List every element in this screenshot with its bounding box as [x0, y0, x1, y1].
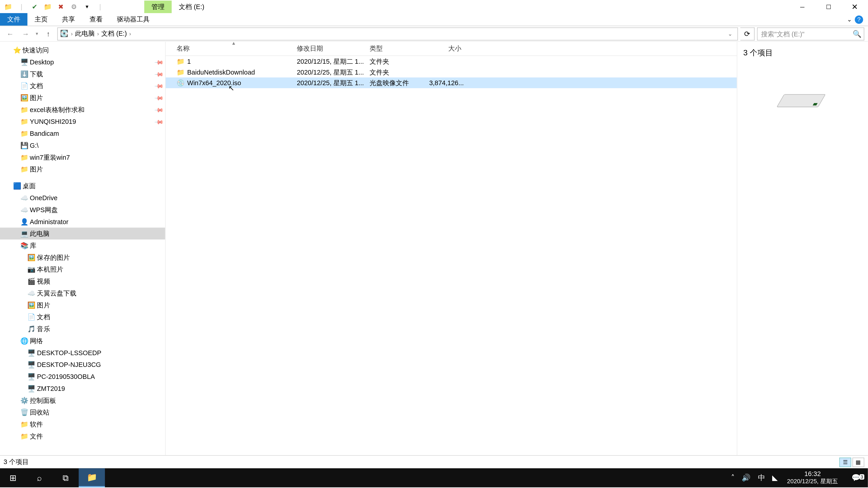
col-name[interactable]: ▲ 名称: [166, 44, 297, 53]
star-icon: ⭐: [12, 46, 23, 54]
crumb-sep-icon[interactable]: ›: [70, 31, 74, 37]
nav-item[interactable]: 📁YUNQISHI2019📌: [0, 116, 165, 128]
nav-item-icon: 📷: [26, 265, 37, 273]
qat-gear-icon[interactable]: ⚙: [68, 1, 80, 13]
refresh-button[interactable]: ⟳: [740, 27, 754, 40]
nav-item[interactable]: 🌐网络: [0, 335, 165, 347]
nav-item-icon: ☁️: [19, 206, 30, 214]
crumb-this-pc[interactable]: 此电脑: [74, 29, 96, 38]
nav-item[interactable]: 🖥️Desktop📌: [0, 56, 165, 68]
search-icon[interactable]: 🔍: [850, 30, 864, 38]
nav-item[interactable]: 🖼️图片📌: [0, 92, 165, 104]
nav-item[interactable]: 🖥️DESKTOP-LSSOEDP: [0, 347, 165, 359]
nav-item-label: 视频: [37, 277, 50, 286]
nav-tree[interactable]: ⭐ 快速访问 🖥️Desktop📌⬇️下载📌📄文档📌🖼️图片📌📁excel表格制…: [0, 42, 166, 455]
view-icons-button[interactable]: ▦: [852, 457, 864, 467]
action-center-icon[interactable]: 💬3: [844, 474, 868, 482]
status-bar: 3 个项目 ☰ ▦: [0, 455, 868, 468]
nav-item[interactable]: ☁️OneDrive: [0, 192, 165, 204]
tray-ime[interactable]: 中: [754, 473, 769, 483]
nav-item[interactable]: 📁图片: [0, 163, 165, 175]
taskbar-search-icon[interactable]: ⌕: [26, 468, 53, 487]
nav-item[interactable]: 📁软件: [0, 418, 165, 430]
qat-folder-icon[interactable]: 📁: [42, 1, 54, 13]
nav-item[interactable]: 📁Bandicam: [0, 127, 165, 139]
nav-item[interactable]: ⬇️下载📌: [0, 68, 165, 80]
nav-item-icon: 🖥️: [26, 372, 37, 380]
taskbar-clock[interactable]: 16:32 2020/12/25, 星期五: [781, 470, 844, 486]
col-type[interactable]: 类型: [370, 44, 429, 53]
nav-item[interactable]: 📷本机照片: [0, 263, 165, 275]
col-name-label: 名称: [177, 45, 190, 52]
nav-item[interactable]: 💻此电脑: [0, 228, 165, 239]
start-button[interactable]: ⊞: [0, 468, 26, 487]
nav-item[interactable]: 🖥️PC-20190530OBLA: [0, 370, 165, 383]
nav-item[interactable]: 💾G:\: [0, 139, 165, 151]
file-row[interactable]: 📁12020/12/15, 星期二 1...文件夹: [166, 56, 737, 67]
task-view-icon[interactable]: ⧉: [53, 468, 79, 487]
nav-item[interactable]: 👤Administrator: [0, 216, 165, 228]
tab-share[interactable]: 共享: [55, 13, 82, 26]
search-box[interactable]: 🔍: [757, 27, 864, 40]
file-row[interactable]: 💿Win7x64_2020.iso2020/12/25, 星期五 1...光盘映…: [166, 77, 737, 88]
nav-item-label: DESKTOP-LSSOEDP: [37, 349, 101, 356]
view-details-button[interactable]: ☰: [839, 457, 851, 467]
crumb-sep-icon[interactable]: ›: [96, 31, 100, 37]
nav-item[interactable]: 🖥️DESKTOP-NJEU3CG: [0, 359, 165, 370]
forward-button[interactable]: →: [19, 27, 32, 40]
nav-item-label: 软件: [30, 420, 43, 429]
close-button[interactable]: ✕: [842, 0, 868, 13]
nav-item[interactable]: 📁excel表格制作求和📌: [0, 104, 165, 116]
nav-item-icon: 📁: [19, 118, 30, 125]
nav-item[interactable]: 🎵音乐: [0, 323, 165, 335]
crumb-sep-icon[interactable]: ›: [128, 31, 132, 37]
title-bar: 📁 | ✔ 📁 ✖ ⚙ ▼ | 管理 文档 (E:) ─ ☐ ✕: [0, 0, 868, 13]
nav-item[interactable]: 🖼️图片: [0, 299, 165, 311]
ribbon-expand-icon[interactable]: ⌄: [844, 16, 855, 23]
tab-view[interactable]: 查看: [82, 13, 110, 26]
tab-home[interactable]: 主页: [27, 13, 55, 26]
nav-item[interactable]: 📄文档: [0, 311, 165, 323]
help-icon[interactable]: ?: [855, 15, 863, 24]
tab-file[interactable]: 文件: [0, 13, 27, 26]
nav-item[interactable]: ⚙️控制面板: [0, 394, 165, 406]
nav-item-icon: ☁️: [19, 194, 30, 201]
nav-quick-access[interactable]: ⭐ 快速访问: [0, 44, 165, 56]
nav-item-label: 此电脑: [30, 229, 50, 238]
nav-item[interactable]: 🖼️保存的图片: [0, 252, 165, 263]
taskbar-explorer-icon[interactable]: 📁: [79, 468, 105, 487]
tray-bandicam-icon[interactable]: ◣: [769, 474, 781, 482]
qat-dropdown-icon[interactable]: ▼: [81, 1, 93, 13]
nav-item[interactable]: 🎬视频: [0, 275, 165, 287]
nav-item-label: 本机照片: [37, 265, 63, 274]
history-dropdown-icon[interactable]: ▾: [35, 31, 39, 36]
crumb-drive[interactable]: 文档 (E:): [100, 29, 128, 38]
nav-item[interactable]: ☁️天翼云盘下载: [0, 287, 165, 299]
maximize-button[interactable]: ☐: [815, 0, 842, 13]
nav-item[interactable]: 📚库: [0, 239, 165, 252]
nav-item[interactable]: 📁win7重装win7: [0, 151, 165, 163]
qat-close-icon[interactable]: ✖: [55, 1, 67, 13]
nav-item-label: 图片: [30, 93, 43, 102]
tab-drive-tools[interactable]: 驱动器工具: [110, 13, 157, 26]
nav-item[interactable]: 📄文档📌: [0, 80, 165, 92]
nav-item[interactable]: 🖥️ZMT2019: [0, 383, 165, 394]
contextual-tab-manage[interactable]: 管理: [144, 0, 172, 13]
file-rows[interactable]: 📁12020/12/15, 星期二 1...文件夹📁BaiduNetdiskDo…: [166, 56, 737, 455]
tray-volume-icon[interactable]: 🔊: [738, 474, 754, 482]
col-size[interactable]: 大小: [429, 44, 483, 53]
search-input[interactable]: [758, 30, 850, 37]
nav-desktop[interactable]: 🟦 桌面: [0, 180, 165, 192]
file-row[interactable]: 📁BaiduNetdiskDownload2020/12/25, 星期五 1..…: [166, 67, 737, 77]
back-button[interactable]: ←: [4, 27, 17, 40]
nav-item[interactable]: 🗑️回收站: [0, 406, 165, 418]
minimize-button[interactable]: ─: [789, 0, 815, 13]
tray-expand-icon[interactable]: ˄: [727, 474, 738, 482]
qat-check-icon[interactable]: ✔: [29, 1, 41, 13]
col-date[interactable]: 修改日期: [297, 44, 370, 53]
nav-item[interactable]: 📁文件: [0, 430, 165, 442]
up-button[interactable]: ↑: [42, 27, 55, 40]
nav-item[interactable]: ☁️WPS网盘: [0, 204, 165, 216]
breadcrumb[interactable]: 💽 › 此电脑 › 文档 (E:) › ⌄: [57, 27, 738, 40]
crumb-dropdown-icon[interactable]: ⌄: [724, 31, 736, 37]
